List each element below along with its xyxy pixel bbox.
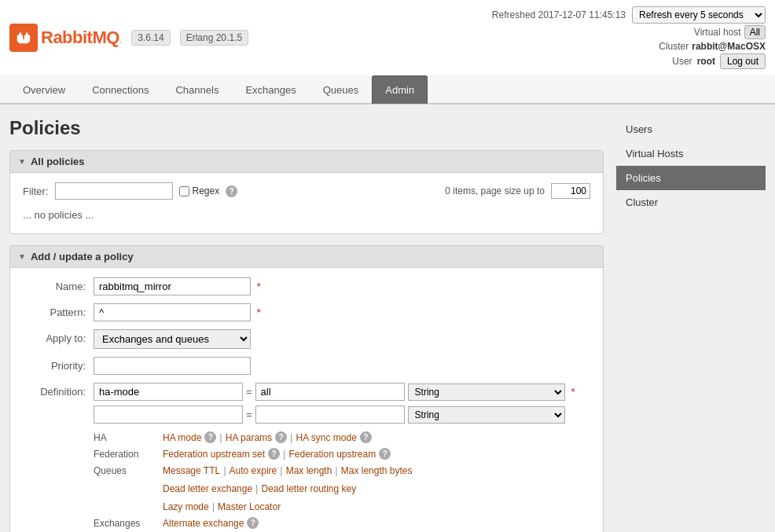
alternate-exchange-link[interactable]: Alternate exchange xyxy=(163,518,244,529)
federation-hint-group: Federation Federation upstream set ? | F… xyxy=(94,448,590,460)
def-val-2[interactable] xyxy=(255,405,405,424)
filter-row: Filter: Regex ? 0 items, page size up to xyxy=(23,182,590,200)
ha-hint-links: HA mode ? | HA params ? | HA sync mode ? xyxy=(163,431,372,443)
queues-hint-links-row2: Dead letter exchange | Dead letter routi… xyxy=(163,482,356,494)
definition-row-2: = String Number Boolean List xyxy=(94,405,590,424)
regex-help-icon[interactable]: ? xyxy=(226,185,237,197)
logo-icon xyxy=(9,24,38,52)
page-size-input[interactable] xyxy=(551,183,590,199)
def-key-1[interactable] xyxy=(94,383,243,401)
sidebar: Users Virtual Hosts Policies Cluster xyxy=(616,117,766,532)
ha-hint-group: HA HA mode ? | HA params ? | HA sync mod… xyxy=(94,431,590,443)
federation-hint-links: Federation upstream set ? | Federation u… xyxy=(163,448,391,460)
filter-input[interactable] xyxy=(55,182,173,200)
no-policies-text: ... no policies ... xyxy=(23,206,590,224)
federation-upstream-set-help[interactable]: ? xyxy=(268,448,280,460)
cluster-label: Cluster xyxy=(659,41,689,52)
virtual-host-row: Virtual host All xyxy=(694,25,766,39)
max-length-bytes-link[interactable]: Max length bytes xyxy=(341,465,413,476)
nav-item-connections[interactable]: Connections xyxy=(79,75,162,104)
svg-rect-3 xyxy=(20,33,22,37)
ha-sync-mode-link[interactable]: HA sync mode xyxy=(296,432,357,443)
def-type-1[interactable]: String Number Boolean List xyxy=(408,383,565,401)
nav-item-overview[interactable]: Overview xyxy=(9,75,79,104)
ha-mode-link[interactable]: HA mode xyxy=(163,432,201,443)
regex-checkbox[interactable] xyxy=(179,186,189,196)
refresh-row: Refreshed 2017-12-07 11:45:13 Refresh ev… xyxy=(492,6,766,24)
name-control: * xyxy=(94,277,590,295)
add-policy-header[interactable]: ▼ Add / update a policy xyxy=(10,246,603,268)
max-length-link[interactable]: Max length xyxy=(286,465,332,476)
queues-hint-links-row1: Message TTL | Auto expire | Max length |… xyxy=(163,464,412,476)
master-locator-link[interactable]: Master Locator xyxy=(218,501,281,512)
nav: Overview Connections Channels Exchanges … xyxy=(0,75,775,104)
regex-label: Regex xyxy=(179,185,220,196)
name-row: Name: * xyxy=(23,277,590,295)
definition-label: Definition: xyxy=(23,383,94,398)
def-val-1[interactable] xyxy=(255,383,405,401)
q-sep-3: | xyxy=(335,464,337,476)
priority-control xyxy=(94,357,590,375)
def-type-2[interactable]: String Number Boolean List xyxy=(408,406,565,424)
ha-params-link[interactable]: HA params xyxy=(226,432,272,443)
definition-row: Definition: = String Number Boolean List xyxy=(23,383,590,532)
virtual-host-label: Virtual host xyxy=(694,27,741,38)
top-bar: RabbitMQ. 3.6.14 Erlang 20.1.5 Refreshed… xyxy=(0,0,775,75)
apply-to-row: Apply to: Exchanges and queues Exchanges… xyxy=(23,329,590,349)
def-eq-2: = xyxy=(246,409,252,420)
all-policies-header[interactable]: ▼ All policies xyxy=(10,151,603,173)
add-policy-arrow: ▼ xyxy=(18,252,26,261)
pattern-row: Pattern: * xyxy=(23,303,590,321)
federation-upstream-set-link[interactable]: Federation upstream set xyxy=(163,449,265,460)
user-label: User xyxy=(672,56,692,67)
refresh-info: Refreshed 2017-12-07 11:45:13 xyxy=(492,9,626,20)
name-required: * xyxy=(257,281,261,292)
all-policies-section: ▼ All policies Filter: Regex ? 0 items, … xyxy=(9,150,604,234)
svg-rect-2 xyxy=(19,39,29,44)
message-ttl-link[interactable]: Message TTL xyxy=(163,465,220,476)
sidebar-item-virtual-hosts[interactable]: Virtual Hosts xyxy=(616,141,766,166)
federation-hint-label: Federation xyxy=(94,449,156,460)
dead-letter-routing-key-link[interactable]: Dead letter routing key xyxy=(261,483,356,494)
logout-button[interactable]: Log out xyxy=(720,53,766,69)
nav-item-queues[interactable]: Queues xyxy=(310,75,373,104)
ha-sync-mode-help[interactable]: ? xyxy=(360,431,372,443)
sidebar-item-cluster[interactable]: Cluster xyxy=(616,190,766,215)
header: RabbitMQ. 3.6.14 Erlang 20.1.5 Refreshed… xyxy=(0,0,775,105)
q-sep-1: | xyxy=(223,464,226,476)
name-input[interactable] xyxy=(94,277,251,295)
lazy-mode-link[interactable]: Lazy mode xyxy=(163,501,209,512)
priority-input[interactable] xyxy=(94,357,251,375)
logo-area: RabbitMQ. 3.6.14 Erlang 20.1.5 xyxy=(9,24,248,52)
nav-item-exchanges[interactable]: Exchanges xyxy=(232,75,309,104)
dead-letter-exchange-link[interactable]: Dead letter exchange xyxy=(163,483,252,494)
auto-expire-link[interactable]: Auto expire xyxy=(230,465,277,476)
definition-control: = String Number Boolean List * xyxy=(94,383,590,532)
virtual-host-all-button[interactable]: All xyxy=(744,25,766,39)
federation-upstream-help[interactable]: ? xyxy=(379,448,391,460)
fed-sep-1: | xyxy=(283,448,285,460)
queues-hint-label: Queues xyxy=(94,465,156,476)
alternate-exchange-help[interactable]: ? xyxy=(247,517,259,529)
sidebar-item-policies[interactable]: Policies xyxy=(616,166,766,190)
ha-mode-help[interactable]: ? xyxy=(204,431,216,443)
def-required: * xyxy=(571,386,575,398)
refresh-area: Refreshed 2017-12-07 11:45:13 Refresh ev… xyxy=(492,6,766,69)
page-size-label: 0 items, page size up to xyxy=(445,185,545,196)
refresh-select[interactable]: Refresh every 5 seconds Refresh every 10… xyxy=(632,6,766,24)
sidebar-item-users[interactable]: Users xyxy=(616,117,766,141)
definition-row-1: = String Number Boolean List * xyxy=(94,383,590,401)
def-key-2[interactable] xyxy=(94,405,243,424)
q-sep-5: | xyxy=(212,501,215,512)
def-eq-1: = xyxy=(246,386,252,398)
all-policies-arrow: ▼ xyxy=(18,157,26,166)
ha-params-help[interactable]: ? xyxy=(275,431,287,443)
queues-hint-links-row3: Lazy mode | Master Locator xyxy=(163,501,281,512)
nav-item-channels[interactable]: Channels xyxy=(162,75,232,104)
nav-item-admin[interactable]: Admin xyxy=(372,75,428,104)
federation-upstream-link[interactable]: Federation upstream xyxy=(288,449,376,460)
apply-to-select[interactable]: Exchanges and queues Exchanges Queues xyxy=(94,329,251,349)
queues-hint-group: Queues Message TTL | Auto expire | Max l… xyxy=(94,464,590,512)
q-sep-4: | xyxy=(255,482,258,494)
pattern-input[interactable] xyxy=(94,303,251,321)
